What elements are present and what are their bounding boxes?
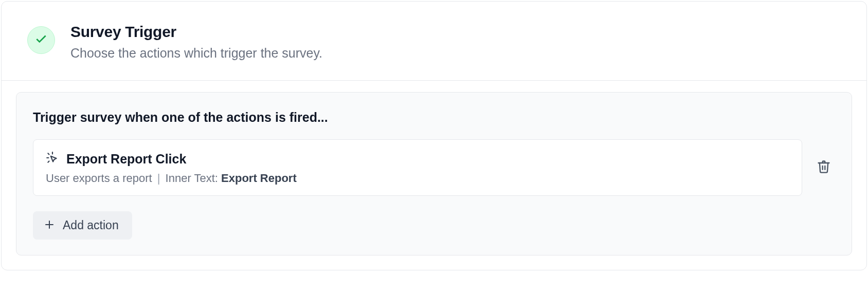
trash-icon [817, 159, 831, 176]
survey-trigger-card: Survey Trigger Choose the actions which … [1, 1, 867, 270]
panel-heading: Trigger survey when one of the actions i… [33, 110, 835, 125]
trigger-conditions-panel: Trigger survey when one of the actions i… [16, 92, 852, 255]
action-description: User exports a report | Inner Text: Expo… [46, 172, 789, 185]
status-complete-badge [27, 26, 55, 54]
header-title: Survey Trigger [70, 23, 322, 41]
action-row: Export Report Click User exports a repor… [33, 139, 835, 196]
separator: | [152, 172, 166, 185]
cursor-click-icon [46, 151, 59, 167]
svg-line-3 [48, 161, 49, 162]
action-title-row: Export Report Click [46, 151, 789, 167]
delete-action-button[interactable] [812, 155, 835, 180]
action-card[interactable]: Export Report Click User exports a repor… [33, 139, 802, 196]
header-subtitle: Choose the actions which trigger the sur… [70, 46, 322, 61]
svg-line-0 [48, 153, 49, 154]
inner-text-label: Inner Text: [166, 172, 221, 185]
check-icon [34, 32, 48, 48]
add-action-button[interactable]: Add action [33, 211, 132, 240]
inner-text-value: Export Report [221, 172, 297, 185]
add-action-label: Add action [63, 218, 119, 232]
card-header: Survey Trigger Choose the actions which … [2, 2, 866, 81]
card-body: Trigger survey when one of the actions i… [2, 81, 866, 270]
header-text-block: Survey Trigger Choose the actions which … [70, 23, 322, 61]
plus-icon [43, 218, 56, 232]
action-name: Export Report Click [66, 152, 186, 167]
action-description-text: User exports a report [46, 172, 152, 185]
